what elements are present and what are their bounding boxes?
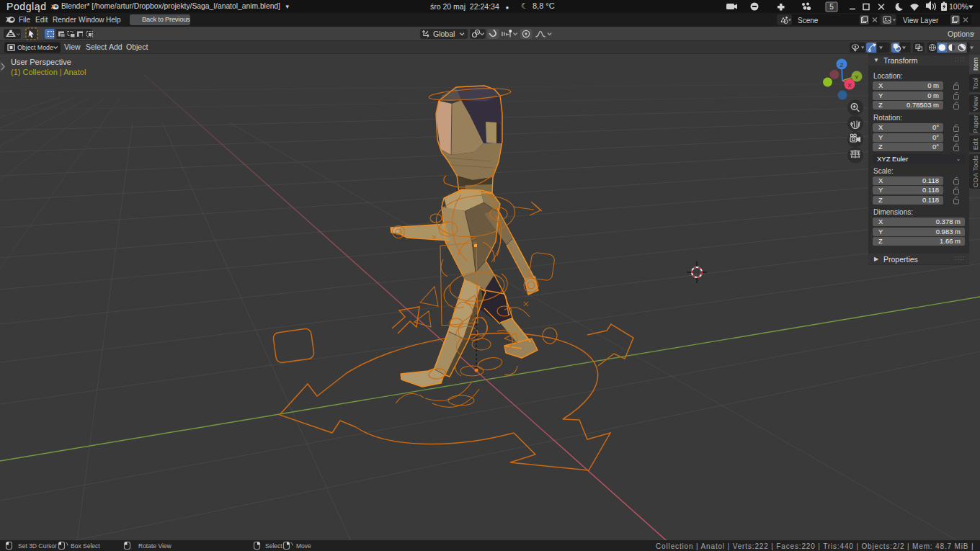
svg-text:(1) Collection | Anatol: (1) Collection | Anatol (11, 68, 86, 76)
svg-text:Y: Y (855, 74, 859, 81)
svg-text:Object Mode: Object Mode (17, 44, 53, 51)
svg-text:Z: Z (840, 62, 844, 68)
svg-text:User Perspective: User Perspective (11, 58, 71, 66)
svg-text:100%: 100% (949, 2, 968, 11)
svg-text:X: X (847, 82, 852, 89)
svg-text:View Layer: View Layer (903, 16, 939, 24)
svg-text:Scene: Scene (798, 16, 819, 24)
svg-text:Options: Options (948, 30, 974, 38)
svg-text:5: 5 (829, 3, 834, 11)
svg-text:Global: Global (433, 30, 455, 38)
